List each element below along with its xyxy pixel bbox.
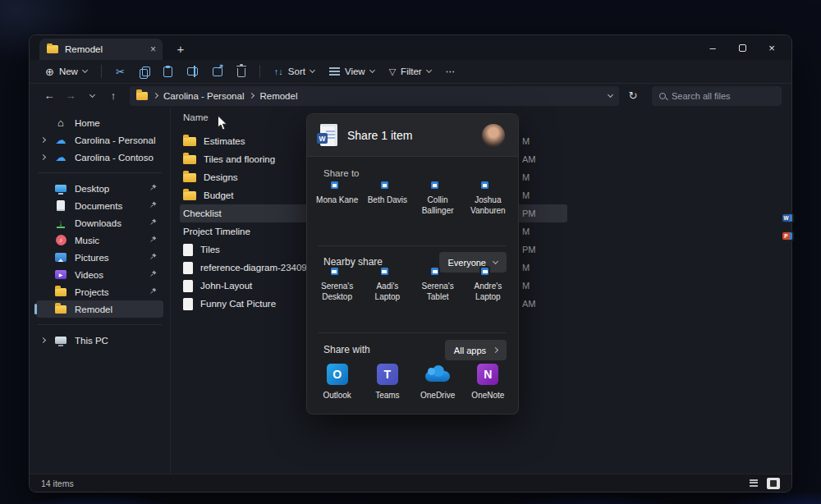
pin-icon xyxy=(149,201,157,208)
all-apps-button[interactable]: All apps xyxy=(445,340,507,360)
file-name: Tiles xyxy=(200,245,220,254)
tab-close-icon[interactable]: × xyxy=(150,44,156,55)
up-button[interactable]: ↑ xyxy=(103,86,123,106)
folder-icon xyxy=(183,173,196,182)
sort-button-label: Sort xyxy=(288,66,305,76)
pin-icon xyxy=(149,253,157,260)
rename-button[interactable] xyxy=(181,64,204,79)
chevron-down-icon xyxy=(310,67,315,73)
large-icons-view-button[interactable] xyxy=(767,478,780,489)
sidebar-item-label: Documents xyxy=(75,201,122,211)
breadcrumb-current[interactable]: Remodel xyxy=(259,91,297,101)
back-button[interactable]: ← xyxy=(39,86,59,106)
command-toolbar: ⊕ New ✂ ↑↓ Sort View ▽ xyxy=(30,60,791,84)
search-icon xyxy=(659,93,666,99)
chevron-right-icon xyxy=(493,347,498,353)
pin-icon xyxy=(149,236,157,243)
sidebar-item-carolina-personal[interactable]: ☁ Carolina - Personal xyxy=(36,131,163,149)
person-mona-kane[interactable]: Mona Kane xyxy=(312,190,362,216)
word-document-icon: W xyxy=(320,124,337,146)
sidebar-item-label: Music xyxy=(75,236,99,245)
forward-button[interactable]: → xyxy=(61,86,80,106)
current-user-avatar[interactable] xyxy=(482,124,505,147)
view-button[interactable]: View xyxy=(323,63,380,80)
search-input[interactable] xyxy=(672,91,774,101)
person-name: Joshua Vanburen xyxy=(464,195,511,216)
cut-button[interactable]: ✂ xyxy=(110,63,131,80)
sidebar-item-home[interactable]: ⌂ Home xyxy=(36,114,163,131)
delete-button[interactable] xyxy=(232,62,251,80)
app-onenote[interactable]: N OneNote xyxy=(463,364,513,400)
expand-chevron-icon[interactable] xyxy=(40,154,46,160)
device-badge-icon xyxy=(429,266,440,277)
toolbar-divider xyxy=(101,65,102,78)
sort-button[interactable]: ↑↓ Sort xyxy=(268,63,320,80)
device-badge-icon xyxy=(379,266,390,277)
refresh-button[interactable]: ↻ xyxy=(622,86,644,106)
tab-remodel[interactable]: Remodel × xyxy=(39,39,163,60)
nearby-share-dropdown[interactable]: Everyone xyxy=(439,252,507,273)
address-dropdown-icon[interactable] xyxy=(608,91,613,97)
close-button[interactable]: × xyxy=(757,35,787,60)
details-view-button[interactable] xyxy=(747,478,760,489)
sidebar-item-pictures[interactable]: Pictures xyxy=(36,249,163,266)
new-tab-button[interactable]: + xyxy=(171,39,190,58)
column-header-name[interactable]: Name xyxy=(183,112,209,122)
cloud-icon: ☁ xyxy=(54,152,67,163)
sort-arrows-icon: ↑↓ xyxy=(274,67,283,76)
sidebar-item-videos[interactable]: ▶ Videos xyxy=(36,266,163,283)
view-toggles xyxy=(747,478,780,489)
filter-button[interactable]: ▽ Filter xyxy=(383,63,437,80)
file-name: Tiles and flooring xyxy=(204,154,275,164)
person-joshua-vanburen[interactable]: Joshua Vanburen xyxy=(463,190,513,216)
device-badge-icon xyxy=(329,266,340,277)
breadcrumb-root[interactable]: Carolina - Personal xyxy=(163,91,244,101)
sidebar-item-documents[interactable]: Documents xyxy=(36,197,163,214)
search-box[interactable] xyxy=(652,86,782,106)
recent-locations-button[interactable] xyxy=(82,86,102,106)
sidebar-item-this-pc[interactable]: This PC xyxy=(36,332,163,349)
onedrive-cloud-icon xyxy=(425,371,450,382)
device-serenas-tablet[interactable]: Serena's Tablet xyxy=(413,276,463,302)
person-beth-davis[interactable]: Beth Davis xyxy=(362,190,412,216)
app-onedrive[interactable]: OneDrive xyxy=(413,364,463,400)
copy-icon xyxy=(140,66,149,77)
funnel-icon: ▽ xyxy=(389,67,396,76)
expand-chevron-icon[interactable] xyxy=(40,137,46,143)
person-collin-ballinger[interactable]: Collin Ballinger xyxy=(413,190,463,216)
maximize-icon xyxy=(739,44,746,52)
maximize-button[interactable] xyxy=(727,35,757,60)
device-serenas-desktop[interactable]: Serena's Desktop xyxy=(312,276,362,302)
plus-circle-icon: ⊕ xyxy=(45,66,54,77)
date-modified-partial: AM xyxy=(522,154,536,164)
window-controls: – × xyxy=(698,35,787,60)
sidebar-item-desktop[interactable]: Desktop xyxy=(36,180,163,197)
device-andres-laptop[interactable]: Andre's Laptop xyxy=(463,276,513,302)
sidebar-item-carolina-contoso[interactable]: ☁ Carolina - Contoso xyxy=(36,149,163,166)
app-outlook[interactable]: O Outlook xyxy=(312,364,362,400)
minimize-button[interactable]: – xyxy=(698,35,727,60)
expand-chevron-icon[interactable] xyxy=(40,337,46,343)
sidebar-item-projects[interactable]: Projects xyxy=(36,283,163,300)
sidebar-item-label: Videos xyxy=(75,270,103,280)
share-button[interactable] xyxy=(207,64,228,80)
folder-icon xyxy=(54,286,67,298)
presence-badge-icon xyxy=(329,180,340,190)
new-button[interactable]: ⊕ New xyxy=(39,63,93,80)
pin-icon xyxy=(149,287,157,295)
file-name: Estimates xyxy=(204,136,245,146)
view-list-icon xyxy=(329,67,340,76)
device-name: Andre's Laptop xyxy=(464,281,511,302)
sidebar-item-downloads[interactable]: ↓ Downloads xyxy=(36,214,163,231)
file-name: John-Layout xyxy=(200,281,252,291)
sidebar-item-remodel[interactable]: Remodel xyxy=(36,300,163,318)
paste-button[interactable] xyxy=(158,63,178,80)
copy-button[interactable] xyxy=(134,63,154,80)
address-bar[interactable]: Carolina - Personal Remodel xyxy=(130,86,619,106)
sidebar-item-label: Desktop xyxy=(75,184,109,194)
sidebar-item-music[interactable]: ♪ Music xyxy=(36,231,163,249)
more-options-button[interactable]: ⋯ xyxy=(440,62,461,80)
app-teams[interactable]: T Teams xyxy=(362,364,412,400)
device-aadis-laptop[interactable]: Aadi's Laptop xyxy=(362,276,412,302)
device-badge-icon xyxy=(479,266,490,277)
